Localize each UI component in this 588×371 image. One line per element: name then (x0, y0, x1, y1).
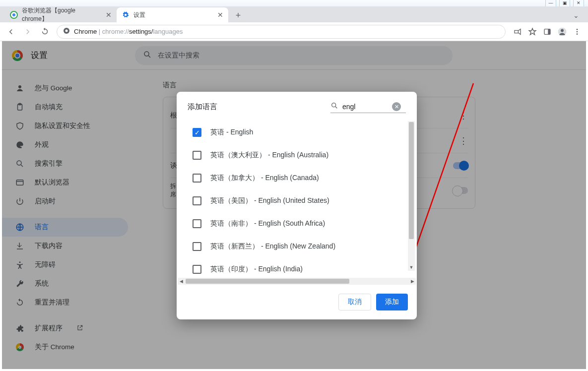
language-option[interactable]: 英语（印度） - English (India) (193, 258, 416, 278)
svg-point-9 (577, 31, 578, 32)
language-option-label: 英语 - English (210, 128, 253, 137)
add-button[interactable]: 添加 (376, 294, 408, 310)
language-option[interactable]: 英语（美国） - English (United States) (193, 189, 416, 212)
scroll-left-icon[interactable]: ◀ (178, 278, 185, 285)
new-tab-button[interactable]: + (231, 8, 245, 22)
cancel-button[interactable]: 取消 (338, 294, 371, 310)
svg-rect-5 (548, 29, 550, 34)
search-icon (330, 102, 338, 112)
tab-search-button[interactable]: ⌄ (573, 11, 579, 19)
checkbox[interactable] (193, 196, 201, 205)
settings-page: 设置 在设置中搜索 您与 Google自动填充隐私设置和安全性外观搜索引擎默认浏… (2, 41, 586, 369)
svg-point-10 (577, 33, 578, 35)
tab-close-icon[interactable]: ✕ (106, 11, 112, 19)
profile-avatar-icon[interactable] (555, 25, 569, 39)
dialog-title: 添加语言 (188, 102, 217, 112)
reload-button[interactable] (38, 25, 52, 39)
language-option[interactable]: ✓英语 - English (193, 121, 416, 144)
checkbox[interactable] (193, 174, 201, 183)
tab-favicon-icon (10, 11, 18, 19)
language-option-label: 英语（新西兰） - English (New Zealand) (210, 242, 335, 251)
back-button[interactable] (4, 25, 18, 39)
browser-toolbar: Chrome | chrome://settings/languages (0, 22, 588, 41)
chrome-menu-icon[interactable] (570, 25, 584, 39)
share-icon[interactable] (511, 25, 524, 39)
browser-tab-1[interactable]: 设置 ✕ (117, 7, 228, 22)
language-option-label: 英语（澳大利亚） - English (Australia) (210, 151, 328, 160)
scroll-right-icon[interactable]: ▶ (409, 278, 416, 285)
svg-point-3 (65, 30, 68, 32)
gear-icon (122, 11, 130, 19)
add-language-dialog: 添加语言 ✕ ▼ ✓英语 - English英语（澳大利亚） - English… (177, 92, 417, 319)
clear-search-icon[interactable]: ✕ (392, 102, 401, 111)
scroll-thumb[interactable] (186, 279, 349, 284)
language-list[interactable]: ▼ ✓英语 - English英语（澳大利亚） - English (Austr… (178, 121, 416, 278)
scroll-down-icon[interactable]: ▼ (408, 264, 415, 271)
dialog-search[interactable]: ✕ (330, 101, 406, 113)
window-close-button[interactable]: ✕ (573, 0, 584, 7)
address-bar[interactable]: Chrome | chrome://settings/languages (57, 25, 506, 39)
dialog-search-input[interactable] (342, 103, 388, 111)
checkbox[interactable] (193, 151, 201, 160)
language-option-label: 英语（美国） - English (United States) (210, 196, 329, 205)
checkbox[interactable] (193, 219, 201, 228)
browser-tab-0[interactable]: 谷歌浏览器【google chrome】 ✕ (5, 7, 117, 22)
checkbox[interactable] (193, 265, 201, 274)
svg-point-19 (332, 103, 336, 107)
language-option[interactable]: 英语（新西兰） - English (New Zealand) (193, 235, 416, 258)
tab-close-icon[interactable]: ✕ (217, 11, 223, 19)
tab-strip: 谷歌浏览器【google chrome】 ✕ 设置 ✕ + ⌄ (0, 6, 588, 22)
language-option-label: 英语（印度） - English (India) (210, 265, 303, 274)
checkbox[interactable] (193, 242, 201, 251)
vertical-scrollbar[interactable]: ▼ (408, 121, 415, 271)
scroll-thumb[interactable] (409, 122, 414, 239)
window-titlebar: — ▣ ✕ (0, 0, 588, 6)
svg-point-8 (577, 29, 578, 30)
language-option[interactable]: 英语（南非） - English (South Africa) (193, 212, 416, 235)
side-panel-icon[interactable] (540, 25, 554, 39)
chrome-icon (63, 27, 70, 36)
window-maximize-button[interactable]: ▣ (559, 0, 570, 7)
checkbox[interactable]: ✓ (193, 128, 201, 137)
star-icon[interactable] (525, 25, 539, 39)
url-scheme: Chrome | chrome://settings/languages (74, 28, 183, 35)
svg-point-1 (12, 13, 15, 16)
tab-title: 谷歌浏览器【google chrome】 (22, 6, 102, 23)
language-option-label: 英语（南非） - English (South Africa) (210, 219, 325, 228)
svg-point-7 (561, 29, 564, 32)
tab-title: 设置 (133, 11, 145, 19)
language-option[interactable]: 英语（澳大利亚） - English (Australia) (193, 144, 416, 167)
language-option[interactable]: 英语（加拿大） - English (Canada) (193, 167, 416, 189)
horizontal-scrollbar[interactable]: ◀▶ (178, 278, 416, 285)
window-minimize-button[interactable]: — (545, 0, 556, 7)
language-option-label: 英语（加拿大） - English (Canada) (210, 174, 319, 183)
forward-button[interactable] (21, 25, 35, 39)
